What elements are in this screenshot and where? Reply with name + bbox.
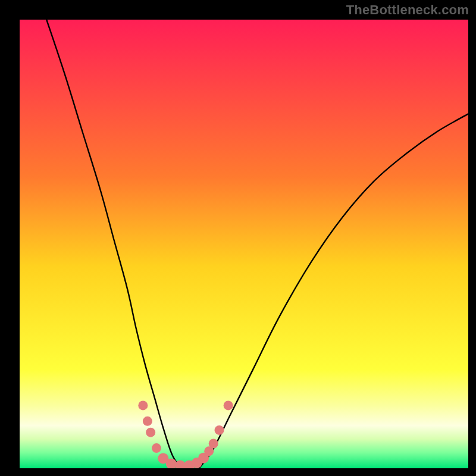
chart-svg [0,0,476,476]
data-marker [152,443,161,453]
data-marker [138,400,148,410]
data-marker [166,458,177,469]
data-marker [215,425,224,435]
plot-background [20,20,468,468]
data-marker [146,428,155,437]
watermark-label: TheBottleneck.com [346,2,469,18]
data-marker [209,439,218,449]
data-marker [224,400,233,410]
chart-frame: TheBottleneck.com [0,0,476,476]
data-marker [143,416,152,426]
